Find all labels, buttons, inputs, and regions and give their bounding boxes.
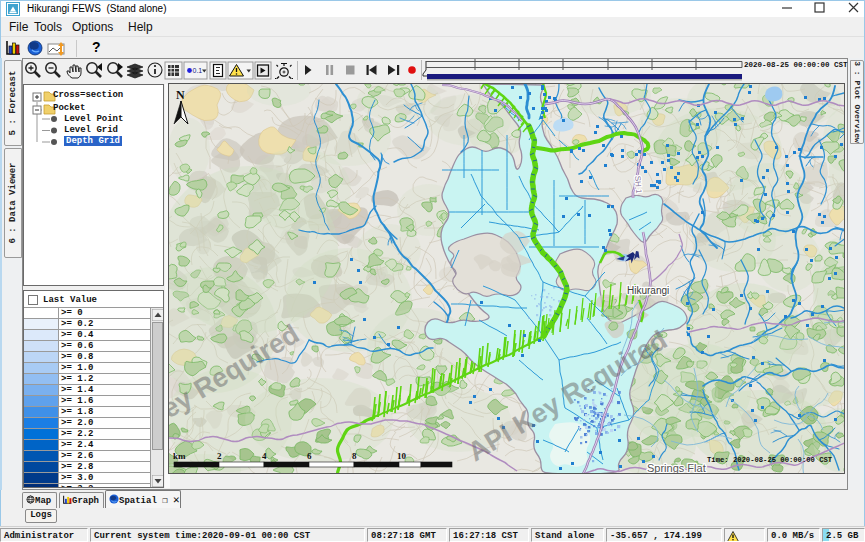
svg-text:N: N [176,88,185,102]
svg-text:6: 6 [307,451,312,461]
svg-text:Springs Flat: Springs Flat [647,462,706,474]
svg-text:8: 8 [352,451,357,461]
svg-text:Hikurangi: Hikurangi [627,285,669,296]
svg-text:4: 4 [262,451,267,461]
svg-text:10: 10 [397,451,407,461]
svg-text:SH 1: SH 1 [633,176,643,195]
svg-text:0.1: 0.1 [193,67,203,74]
svg-text:2: 2 [217,451,222,461]
svg-text:Time: 2020-08-25 00:00:00 CST: Time: 2020-08-25 00:00:00 CST [707,456,833,464]
svg-text:km: km [173,451,186,461]
